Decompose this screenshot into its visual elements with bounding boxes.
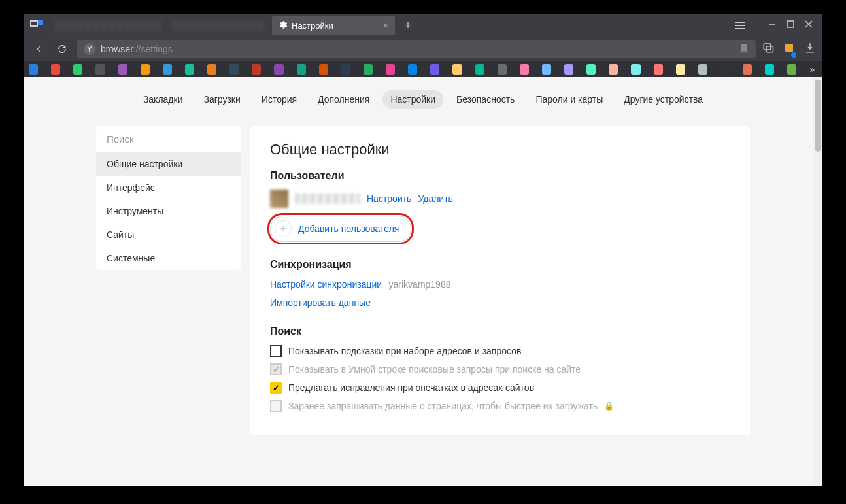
svg-rect-3 — [787, 21, 794, 27]
bookmark-favicon[interactable] — [51, 64, 60, 75]
bookmark-favicon[interactable] — [29, 64, 38, 75]
bookmark-favicon[interactable] — [95, 64, 105, 75]
import-data-link[interactable]: Импортировать данные — [270, 297, 371, 308]
window-close-icon[interactable] — [804, 20, 813, 31]
bookmark-favicon[interactable] — [743, 64, 752, 75]
new-tab-button[interactable]: + — [399, 16, 417, 35]
bookmarks-overflow-icon[interactable]: » — [809, 64, 817, 75]
section-users: Пользователи Настроить Удалить + Добавит… — [270, 170, 730, 242]
add-user-button[interactable]: + Добавить пользователя — [270, 216, 411, 242]
settings-main: Общие настройки Пользователи Настроить У… — [250, 126, 750, 435]
bookmark-favicon[interactable] — [609, 64, 618, 75]
checkbox-suggestions[interactable]: Показывать подсказки при наборе адресов … — [270, 345, 730, 357]
bookmark-favicon[interactable] — [586, 64, 596, 75]
bookmark-favicon[interactable] — [252, 64, 261, 75]
bookmark-favicon[interactable] — [319, 64, 328, 75]
feedback-icon[interactable] — [762, 42, 774, 56]
tab-inactive-2[interactable] — [167, 16, 272, 35]
bookmark-favicon[interactable] — [452, 64, 462, 75]
sidebar-item-4[interactable]: Системные — [96, 246, 241, 270]
tab-title: Настройки — [292, 21, 333, 31]
bookmark-favicon[interactable] — [386, 64, 395, 75]
bookmark-favicon[interactable] — [520, 64, 529, 75]
section-search-heading: Поиск — [270, 326, 730, 337]
bookmark-favicon[interactable] — [274, 64, 283, 75]
url-scheme: browser — [101, 44, 133, 54]
section-users-heading: Пользователи — [270, 170, 730, 182]
bookmark-favicon[interactable] — [698, 64, 707, 75]
checkbox-label: Предлагать исправления при опечатках в а… — [288, 382, 534, 393]
plus-icon: + — [275, 220, 292, 237]
scrollbar[interactable] — [813, 77, 822, 486]
sidebar-search[interactable]: Поиск — [96, 126, 241, 152]
section-sync: Синхронизация Настройки синхронизации ya… — [270, 259, 730, 309]
reload-button[interactable] — [54, 41, 71, 58]
bookmark-favicon[interactable] — [163, 64, 172, 75]
topnav-item-5[interactable]: Безопасность — [448, 90, 522, 109]
bookmark-favicon[interactable] — [631, 64, 640, 75]
sync-settings-link[interactable]: Настройки синхронизации — [270, 279, 382, 290]
topnav-item-1[interactable]: Загрузки — [195, 90, 248, 109]
site-icon: Y — [84, 43, 95, 55]
bookmark-favicon[interactable] — [207, 64, 216, 75]
topnav-item-0[interactable]: Закладки — [135, 90, 191, 109]
bookmark-icon[interactable] — [739, 43, 749, 56]
window-maximize-icon[interactable] — [786, 20, 795, 31]
bookmark-favicon[interactable] — [118, 64, 127, 75]
back-button[interactable] — [30, 41, 47, 58]
settings-sidebar: Поиск Общие настройкиИнтерфейсИнструмент… — [96, 126, 241, 270]
bookmark-favicon[interactable] — [787, 64, 796, 75]
topnav-item-7[interactable]: Другие устройства — [616, 90, 711, 109]
user-configure-link[interactable]: Настроить — [367, 193, 411, 204]
lock-icon: 🔒 — [604, 401, 614, 411]
bookmark-favicon[interactable] — [185, 64, 194, 75]
tab-inactive-1[interactable] — [50, 16, 167, 35]
menu-icon[interactable] — [735, 22, 745, 29]
address-bar: Y browser://settings — [24, 37, 822, 61]
sidebar-item-2[interactable]: Инструменты — [96, 199, 241, 223]
bookmark-favicon[interactable] — [676, 64, 685, 75]
topnav-item-2[interactable]: История — [254, 90, 305, 109]
svg-rect-0 — [31, 21, 37, 26]
tab-close-icon[interactable]: × — [383, 20, 388, 31]
user-delete-link[interactable]: Удалить — [418, 193, 452, 204]
bookmark-favicon[interactable] — [141, 64, 150, 75]
bookmark-favicon[interactable] — [430, 64, 439, 75]
topnav-item-4[interactable]: Настройки — [382, 90, 443, 109]
downloads-icon[interactable] — [804, 42, 816, 56]
bookmark-favicon[interactable] — [408, 64, 417, 75]
url-box[interactable]: Y browser://settings — [77, 40, 756, 58]
checkbox-label: Показывать в Умной строке поисковые запр… — [288, 364, 581, 375]
sidebar-item-1[interactable]: Интерфейс — [96, 176, 241, 199]
tab-overview-icon[interactable] — [29, 18, 44, 33]
bookmark-favicon[interactable] — [498, 64, 507, 75]
bookmark-favicon[interactable] — [564, 64, 573, 75]
tab-active-settings[interactable]: Настройки × — [272, 16, 395, 35]
bookmark-favicon[interactable] — [229, 64, 239, 75]
bookmark-favicon[interactable] — [475, 64, 484, 75]
svg-rect-1 — [39, 21, 42, 25]
checkbox-typo[interactable]: Предлагать исправления при опечатках в а… — [270, 382, 730, 394]
url-path: ://settings — [133, 44, 173, 54]
bookmark-favicon[interactable] — [341, 64, 350, 75]
bookmark-favicon[interactable] — [73, 64, 82, 75]
checkbox-icon — [270, 400, 282, 412]
checkbox-icon — [270, 382, 282, 394]
checkbox-label: Заранее запрашивать данные о страницах, … — [288, 401, 598, 411]
bookmark-favicon[interactable] — [542, 64, 551, 75]
extension-icon[interactable] — [783, 42, 795, 56]
window-minimize-icon[interactable] — [768, 20, 777, 31]
sidebar-item-3[interactable]: Сайты — [96, 223, 241, 246]
topnav-item-6[interactable]: Пароли и карты — [528, 90, 611, 109]
checkbox-prefetch: Заранее запрашивать данные о страницах, … — [270, 400, 730, 412]
topnav-item-3[interactable]: Дополнения — [310, 90, 377, 109]
bookmark-favicon[interactable] — [297, 64, 306, 75]
bookmark-favicon[interactable] — [720, 64, 730, 75]
bookmark-favicon[interactable] — [654, 64, 663, 75]
sidebar-item-0[interactable]: Общие настройки — [96, 152, 241, 176]
bookmark-favicon[interactable] — [364, 64, 373, 75]
titlebar: Настройки × + — [24, 14, 822, 37]
checkbox-icon — [270, 345, 282, 357]
add-user-label: Добавить пользователя — [298, 224, 399, 234]
bookmark-favicon[interactable] — [765, 64, 774, 75]
